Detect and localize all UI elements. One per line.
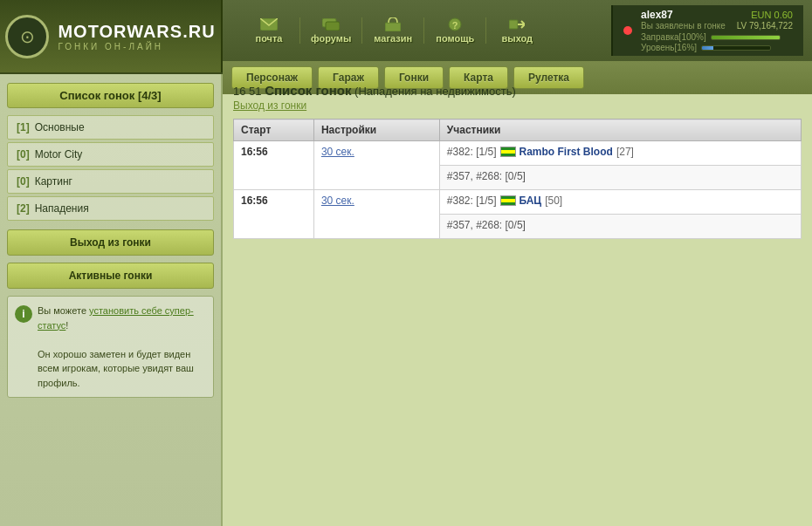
participant-line-4: #357, #268: [0/5]	[447, 219, 794, 231]
info-icon: i	[15, 305, 32, 323]
sidebar: Список гонок [4/3] [1] Основные [0] Moto…	[0, 74, 223, 526]
info-text-before: Вы можете	[38, 305, 89, 316]
mail-icon	[260, 17, 278, 31]
sidebar-label-motorcity: Motor City	[35, 148, 83, 161]
svg-text:?: ?	[452, 20, 458, 31]
race-table-header-row: Старт Настройки Участники	[234, 120, 802, 141]
table-row: 16:56 30 сек. #382: [1/5] Rambo First Bl…	[234, 141, 802, 166]
nav-top: почта форумы магазин	[223, 0, 812, 61]
fuel-fill	[712, 36, 780, 39]
user-status-text: Вы заявлены в гонке	[641, 21, 726, 31]
help-icon: ?	[448, 17, 462, 31]
sidebar-label-attacks: Нападения	[35, 202, 89, 215]
flag-icon-2	[500, 195, 516, 206]
race-settings-1: 30 сек.	[313, 141, 439, 190]
participant-line-3: #382: [1/5] БАЦ [50]	[447, 195, 794, 207]
user-info: alex87 EUN 0.60 Вы заявлены в гонке LV 7…	[611, 5, 803, 56]
level-label: Уровень[16%]	[641, 43, 697, 52]
race-id-2: #357, #268: [0/5]	[447, 170, 526, 182]
nav-section: почта форумы магазин	[223, 0, 812, 72]
level-fill	[702, 46, 712, 50]
btn-exit-race[interactable]: Выход из гонки	[7, 229, 214, 256]
table-row: 16:56 30 сек. #382: [1/5] БАЦ [50]	[234, 190, 802, 215]
user-details: alex87 EUN 0.60 Вы заявлены в гонке LV 7…	[641, 9, 793, 52]
nav-exit[interactable]: выход	[486, 16, 547, 45]
sidebar-info-box: i Вы можете установить себе супер-статус…	[7, 296, 214, 398]
svg-rect-2	[326, 22, 340, 31]
sidebar-item-motorcity[interactable]: [0] Motor City	[7, 142, 214, 167]
race-title-line: 16 51 Список гонок (Нападения на недвижи…	[233, 83, 802, 98]
logo-text: MOTORWARS.RU ГОНКИ ОН-ЛАЙН	[58, 22, 215, 51]
sidebar-count-karting: [0]	[17, 175, 30, 188]
site-subtitle: ГОНКИ ОН-ЛАЙН	[58, 42, 215, 51]
user-lv: LV 79,164,722	[737, 21, 793, 31]
race-table-body: 16:56 30 сек. #382: [1/5] Rambo First Bl…	[234, 141, 802, 239]
race-table-head: Старт Настройки Участники	[234, 120, 802, 141]
flag-icon-1	[500, 147, 516, 157]
race-title: Список гонок	[265, 83, 351, 98]
svg-rect-3	[385, 23, 401, 31]
sidebar-label-basic: Основные	[35, 121, 85, 133]
user-status-dot	[623, 26, 632, 35]
info-text-after: !	[65, 320, 68, 331]
btn-active-races[interactable]: Активные гонки	[7, 263, 214, 289]
nav-exit-label: выход	[502, 33, 533, 44]
sidebar-count-attacks: [2]	[17, 202, 30, 215]
race-settings-2: 30 сек.	[313, 190, 439, 239]
logo-section: ⊙ MOTORWARS.RU ГОНКИ ОН-ЛАЙН	[0, 0, 223, 72]
participant-level-2: [50]	[545, 195, 562, 207]
sidebar-item-basic[interactable]: [1] Основные	[7, 115, 214, 140]
main-content: Список гонок [4/3] [1] Основные [0] Moto…	[0, 74, 812, 526]
nav-mail[interactable]: почта	[238, 16, 299, 45]
level-bar-wrap: Уровень[16%]	[641, 43, 793, 52]
sidebar-item-karting[interactable]: [0] Картинг	[7, 169, 214, 194]
race-participants-1a: #382: [1/5] Rambo First Blood [27]	[439, 141, 801, 166]
col-settings: Настройки	[313, 120, 439, 141]
nav-forum-label: форумы	[311, 33, 351, 44]
forum-icon	[322, 17, 340, 31]
nav-shop-label: магазин	[374, 33, 412, 44]
sidebar-title: Список гонок [4/3]	[7, 83, 214, 108]
participant-level-1: [27]	[616, 146, 634, 158]
fuel-label: Заправка[100%]	[641, 32, 706, 42]
race-id-4: #357, #268: [0/5]	[447, 219, 526, 231]
race-time-1: 16:56	[234, 141, 314, 190]
user-lv-line: Вы заявлены в гонке LV 79,164,722	[641, 21, 793, 31]
info-text: Вы можете установить себе супер-статус! …	[38, 304, 206, 390]
nav-help[interactable]: ? помощь	[424, 16, 485, 45]
nav-mail-label: почта	[256, 33, 283, 44]
settings-link-2[interactable]: 30 сек.	[321, 195, 354, 207]
settings-link-1[interactable]: 30 сек.	[321, 146, 354, 158]
nav-forum[interactable]: форумы	[300, 16, 361, 45]
sidebar-label-karting: Картинг	[35, 175, 72, 188]
race-content: 16 51 Список гонок (Нападения на недвижи…	[223, 74, 812, 526]
race-header: 16 51 Список гонок (Нападения на недвижи…	[233, 83, 802, 112]
race-count1: 16	[233, 85, 245, 98]
fuel-bar-wrap: Заправка[100%]	[641, 32, 793, 42]
sidebar-count-basic: [1]	[17, 121, 30, 133]
col-start: Старт	[234, 120, 314, 141]
sidebar-count-motorcity: [0]	[17, 148, 30, 161]
info-text-body: Он хорошо заметен и будет виден всем игр…	[38, 349, 194, 388]
sidebar-item-attacks[interactable]: [2] Нападения	[7, 196, 214, 221]
race-count2: 51	[249, 85, 261, 98]
race-subtitle: (Нападения на недвижимость)	[354, 85, 516, 98]
race-exit-link[interactable]: Выход из гонки	[233, 99, 802, 112]
logo-icon: ⊙	[5, 15, 49, 58]
username: alex87	[641, 9, 673, 21]
participant-line-2: #357, #268: [0/5]	[447, 170, 794, 182]
race-participants-1b: #357, #268: [0/5]	[439, 166, 801, 190]
user-name-line: alex87 EUN 0.60	[641, 9, 793, 21]
participant-name-1: Rambo First Blood	[520, 146, 613, 158]
progress-bars: Заправка[100%] Уровень[16%]	[641, 32, 793, 52]
header: ⊙ MOTORWARS.RU ГОНКИ ОН-ЛАЙН почта	[0, 0, 812, 74]
participant-line-1: #382: [1/5] Rambo First Blood [27]	[447, 146, 794, 158]
site-title: MOTORWARS.RU	[58, 22, 215, 42]
level-bar	[701, 45, 771, 51]
race-exit-link-text[interactable]: Выход из гонки	[233, 99, 306, 112]
nav-shop[interactable]: магазин	[362, 16, 423, 45]
exit-icon	[509, 17, 525, 31]
col-participants: Участники	[439, 120, 801, 141]
svg-rect-6	[509, 20, 518, 29]
nav-help-label: помощь	[436, 33, 474, 44]
